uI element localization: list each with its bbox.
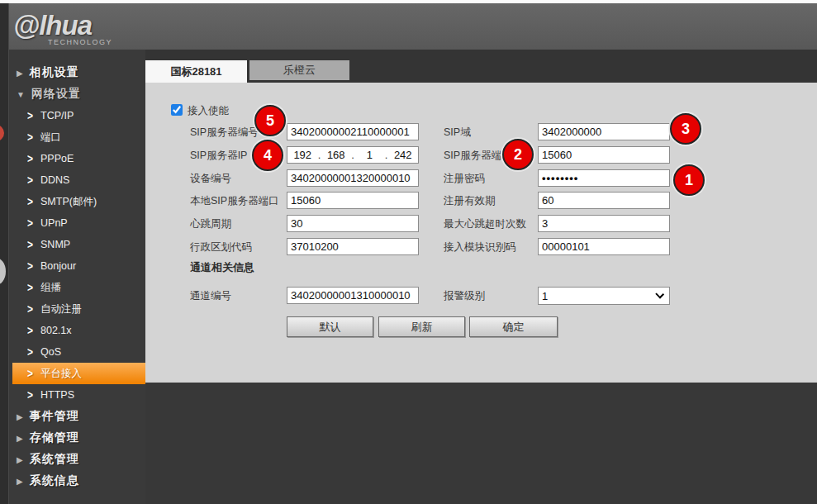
ip-octet-3: 1 bbox=[354, 149, 385, 161]
triangle-right-icon: ▶ bbox=[17, 434, 24, 443]
sidebar-item-label: 组播 bbox=[40, 281, 61, 295]
sidebar-item-https[interactable]: > HTTPS bbox=[12, 384, 145, 406]
annotation-badge-2: 2 bbox=[502, 139, 534, 170]
sidebar-item-snmp[interactable]: > SNMP bbox=[12, 234, 145, 255]
sidebar-item-label: SNMP bbox=[40, 239, 70, 250]
chevron-right-icon: > bbox=[27, 216, 33, 230]
sidebar-group-event[interactable]: ▶ 事件管理 bbox=[0, 406, 145, 427]
chevron-right-icon: > bbox=[27, 324, 33, 337]
confirm-button[interactable]: 确定 bbox=[469, 316, 558, 337]
enable-access-label: 接入使能 bbox=[188, 102, 229, 119]
local-sip-port-input[interactable] bbox=[287, 192, 419, 209]
chevron-right-icon: > bbox=[27, 259, 33, 273]
sidebar-item-tcpip[interactable]: > TCP/IP bbox=[12, 105, 145, 126]
max-heartbeat-timeout-input[interactable] bbox=[538, 215, 670, 232]
sidebar: ▶ 相机设置 ▼ 网络设置 > TCP/IP > 端口 > PPPoE > DD… bbox=[0, 50, 145, 504]
chevron-right-icon: > bbox=[27, 131, 33, 144]
sidebar-group-label: 相机设置 bbox=[30, 65, 79, 80]
device-id-input[interactable] bbox=[287, 169, 419, 187]
sidebar-group-label: 系统信息 bbox=[30, 473, 79, 488]
dahua-logo: @lhua TECHNOLOGY bbox=[13, 10, 112, 46]
access-module-id-label: 接入模块识别码 bbox=[444, 239, 516, 255]
annotation-badge-5: 5 bbox=[254, 105, 286, 136]
sidebar-group-info[interactable]: ▶ 系统信息 bbox=[0, 470, 145, 492]
channel-id-input[interactable] bbox=[287, 287, 419, 304]
annotation-badge-3: 3 bbox=[670, 113, 701, 145]
sip-domain-label: SIP域 bbox=[444, 124, 471, 140]
sidebar-group-network[interactable]: ▼ 网络设置 bbox=[0, 83, 145, 105]
tab-gb28181[interactable]: 国标28181 bbox=[145, 60, 247, 83]
triangle-right-icon: ▶ bbox=[17, 455, 24, 464]
sidebar-item-label: UPnP bbox=[40, 217, 68, 229]
default-button[interactable]: 默认 bbox=[287, 316, 373, 337]
sidebar-item-label: 端口 bbox=[40, 131, 61, 145]
sidebar-item-label: DDNS bbox=[40, 174, 69, 186]
chevron-right-icon: > bbox=[27, 281, 33, 294]
ip-octet-1: 192 bbox=[287, 149, 318, 161]
tab-lechange-cloud[interactable]: 乐橙云 bbox=[249, 60, 349, 80]
register-password-input[interactable] bbox=[538, 169, 670, 187]
sidebar-item-label: HTTPS bbox=[40, 389, 74, 401]
left-edge-column bbox=[0, 3, 9, 504]
alarm-level-select[interactable]: 1 bbox=[538, 287, 670, 305]
sidebar-group-label: 存储管理 bbox=[30, 430, 79, 445]
sidebar-item-upnp[interactable]: > UPnP bbox=[12, 212, 145, 234]
chevron-right-icon: > bbox=[27, 238, 33, 251]
heartbeat-period-label: 心跳周期 bbox=[190, 216, 231, 232]
platform-access-form: 接入使能 SIP服务器编号 SIP服务器IP 192 . 168 . 1 . 2… bbox=[145, 83, 817, 383]
register-password-label: 注册密码 bbox=[444, 170, 485, 187]
chevron-right-icon: > bbox=[27, 174, 33, 187]
sidebar-item-bonjour[interactable]: > Bonjour bbox=[12, 255, 145, 277]
sidebar-item-port[interactable]: > 端口 bbox=[12, 126, 145, 148]
sidebar-item-multicast[interactable]: > 组播 bbox=[12, 277, 145, 298]
chevron-right-icon: > bbox=[27, 388, 33, 402]
sidebar-item-platform-access[interactable]: > 平台接入 bbox=[12, 363, 145, 384]
sidebar-item-label: 平台接入 bbox=[40, 367, 82, 381]
sidebar-group-label: 事件管理 bbox=[30, 409, 79, 424]
chevron-right-icon: > bbox=[27, 302, 33, 316]
annotation-badge-4: 4 bbox=[252, 140, 283, 171]
triangle-right-icon: ▶ bbox=[17, 477, 24, 486]
admin-region-code-input[interactable] bbox=[287, 238, 419, 255]
access-module-id-input[interactable] bbox=[538, 238, 670, 255]
sidebar-group-system[interactable]: ▶ 系统管理 bbox=[0, 449, 145, 470]
ip-octet-4: 242 bbox=[388, 149, 419, 161]
sidebar-item-smtp[interactable]: > SMTP(邮件) bbox=[12, 191, 145, 212]
sip-domain-input[interactable] bbox=[538, 123, 670, 140]
device-id-label: 设备编号 bbox=[190, 170, 231, 187]
max-heartbeat-timeout-label: 最大心跳超时次数 bbox=[444, 216, 526, 232]
chevron-right-icon: > bbox=[27, 195, 33, 208]
dahua-logo-subtext: TECHNOLOGY bbox=[48, 38, 112, 46]
register-validity-input[interactable] bbox=[538, 192, 670, 209]
sidebar-item-label: 自动注册 bbox=[40, 302, 82, 316]
heartbeat-period-input[interactable] bbox=[287, 215, 419, 232]
sidebar-item-8021x[interactable]: > 802.1x bbox=[12, 320, 145, 341]
sidebar-item-pppoe[interactable]: > PPPoE bbox=[12, 148, 145, 169]
sidebar-item-auto-register[interactable]: > 自动注册 bbox=[12, 298, 145, 320]
annotation-badge-1: 1 bbox=[673, 164, 705, 196]
channel-id-label: 通道编号 bbox=[190, 288, 231, 304]
sip-server-ip-input[interactable]: 192 . 168 . 1 . 242 bbox=[287, 146, 419, 164]
ip-octet-2: 168 bbox=[321, 149, 352, 161]
tab-bar: 国标28181 乐橙云 bbox=[145, 50, 817, 83]
chevron-right-icon: > bbox=[27, 367, 33, 380]
sip-server-id-input[interactable] bbox=[287, 123, 419, 140]
channel-section-title: 通道相关信息 bbox=[190, 260, 254, 275]
sidebar-item-label: TCP/IP bbox=[40, 110, 74, 121]
chevron-right-icon: > bbox=[27, 345, 33, 359]
sidebar-item-label: SMTP(邮件) bbox=[40, 195, 97, 209]
register-validity-label: 注册有效期 bbox=[444, 193, 496, 209]
sip-server-id-label: SIP服务器编号 bbox=[190, 124, 259, 140]
sip-server-ip-label: SIP服务器IP bbox=[190, 147, 247, 164]
sidebar-item-label: QoS bbox=[40, 346, 61, 358]
sidebar-item-qos[interactable]: > QoS bbox=[12, 341, 145, 363]
sidebar-item-ddns[interactable]: > DDNS bbox=[12, 169, 145, 191]
enable-access-checkbox[interactable] bbox=[171, 104, 183, 116]
sip-server-port-input[interactable] bbox=[538, 146, 670, 164]
sidebar-group-camera[interactable]: ▶ 相机设置 bbox=[0, 62, 145, 83]
sidebar-group-storage[interactable]: ▶ 存储管理 bbox=[0, 427, 145, 449]
sidebar-item-label: PPPoE bbox=[40, 153, 74, 164]
refresh-button[interactable]: 刷新 bbox=[378, 316, 465, 337]
sidebar-group-label: 网络设置 bbox=[31, 87, 81, 102]
sidebar-item-label: 802.1x bbox=[40, 325, 72, 336]
